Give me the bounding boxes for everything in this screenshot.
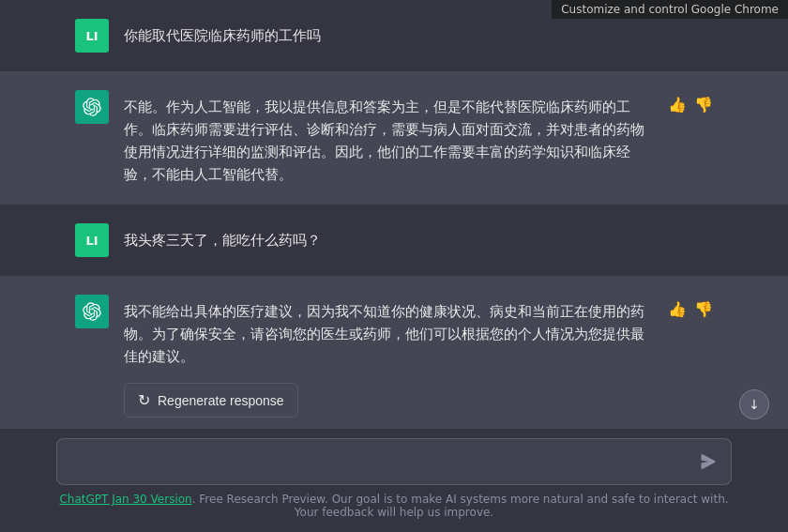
top-bar: Customize and control Google Chrome <box>552 0 788 19</box>
input-area: ChatGPT Jan 30 Version. Free Research Pr… <box>0 429 788 532</box>
scroll-down-button[interactable]: ↓ <box>739 389 769 419</box>
footer-description: . Free Research Preview. Our goal is to … <box>192 493 729 519</box>
regenerate-label: Regenerate response <box>158 393 284 408</box>
user-avatar-2: LI <box>75 223 109 257</box>
regenerate-icon: ↻ <box>138 391 150 409</box>
user-avatar-1: LI <box>75 19 109 53</box>
feedback-icons-2: 👍 👎 <box>668 295 713 317</box>
top-bar-label: Customize and control Google Chrome <box>561 3 779 16</box>
assistant-avatar-1 <box>75 90 109 124</box>
thumbs-up-icon-2[interactable]: 👍 <box>668 302 687 317</box>
message-row-user-2: LI 我头疼三天了，能吃什么药吗？ <box>0 205 788 276</box>
assistant-message-text-2: 我不能给出具体的医疗建议，因为我不知道你的健康状况、病史和当前正在使用的药物。为… <box>124 300 653 368</box>
footer-link[interactable]: ChatGPT Jan 30 Version <box>59 493 191 506</box>
chat-area: LI 你能取代医院临床药师的工作吗 不能。作为人工智能，我以提供信息和答案为主，… <box>0 0 788 429</box>
send-button[interactable] <box>699 452 718 471</box>
thumbs-down-icon-1[interactable]: 👎 <box>694 98 713 113</box>
input-wrapper <box>56 438 732 485</box>
assistant-message-text-1: 不能。作为人工智能，我以提供信息和答案为主，但是不能代替医院临床药师的工作。临床… <box>124 90 653 186</box>
scroll-down-icon: ↓ <box>749 397 760 412</box>
message-row-assistant-1: 不能。作为人工智能，我以提供信息和答案为主，但是不能代替医院临床药师的工作。临床… <box>0 71 788 205</box>
send-icon <box>701 454 716 469</box>
regenerate-button[interactable]: ↻ Regenerate response <box>124 383 298 418</box>
user-message-text-2: 我头疼三天了，能吃什么药吗？ <box>124 223 713 251</box>
feedback-icons-1: 👍 👎 <box>668 90 713 113</box>
footer-text: ChatGPT Jan 30 Version. Free Research Pr… <box>56 493 732 519</box>
assistant-avatar-2 <box>75 295 109 328</box>
thumbs-up-icon-1[interactable]: 👍 <box>668 98 687 113</box>
message-row-assistant-2: 我不能给出具体的医疗建议，因为我不知道你的健康状况、病史和当前正在使用的药物。为… <box>0 276 788 429</box>
user-message-text-1: 你能取代医院临床药师的工作吗 <box>124 19 713 47</box>
thumbs-down-icon-2[interactable]: 👎 <box>694 302 713 317</box>
chat-input[interactable] <box>70 450 699 473</box>
